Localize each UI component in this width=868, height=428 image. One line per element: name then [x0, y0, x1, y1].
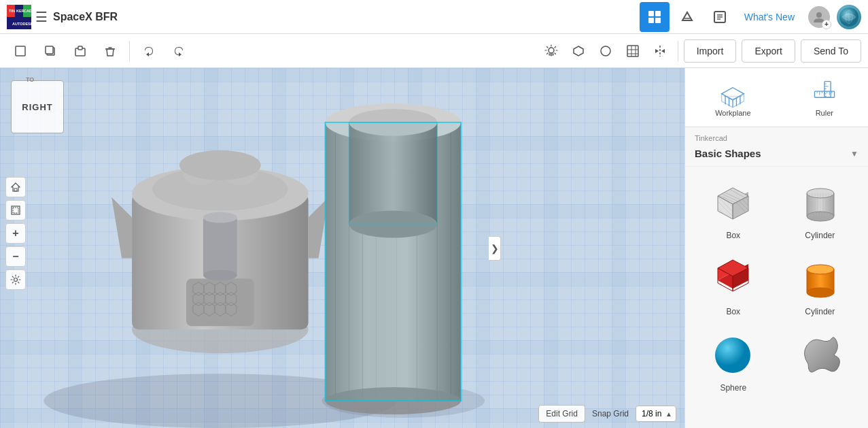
shape-item-generic[interactable] — [780, 327, 861, 397]
user-avatar-button[interactable]: + — [804, 2, 834, 32]
view-cube-face[interactable]: RIGHT — [11, 80, 64, 133]
bottom-bar: Edit Grid Snap Grid 1/8 in 1/4 in 1/2 in… — [538, 405, 676, 423]
shape-item-box-red[interactable]: Box — [693, 251, 774, 320]
logo-block: TIN KER CAD AUTODESK ☰ — [7, 5, 48, 29]
grid-view-button[interactable] — [640, 2, 670, 32]
shape-item-cylinder-orange[interactable]: Cylinder — [780, 251, 861, 320]
svg-rect-47 — [203, 218, 237, 276]
svg-rect-29 — [627, 46, 638, 56]
svg-rect-20 — [16, 46, 25, 56]
svg-marker-27 — [574, 46, 583, 56]
lessons-button[interactable] — [705, 2, 735, 32]
workplane-icon — [719, 79, 746, 106]
light-tool[interactable] — [539, 39, 563, 63]
import-button[interactable]: Import — [684, 39, 737, 63]
view-tools — [539, 39, 672, 63]
svg-text:TIN: TIN — [9, 9, 15, 13]
shape-item-sphere-blue[interactable]: Sphere — [693, 327, 774, 397]
zoom-in-icon: + — [12, 227, 18, 240]
snap-select[interactable]: 1/8 in 1/4 in 1/2 in 1 in — [636, 406, 676, 422]
svg-point-48 — [203, 212, 237, 223]
edit-grid-button[interactable]: Edit Grid — [538, 405, 585, 423]
send-to-button[interactable]: Send To — [801, 39, 861, 63]
undo-button[interactable] — [135, 37, 162, 65]
shape-item-cylinder-grey[interactable]: Cylinder — [780, 175, 861, 244]
sidebar-collapse-arrow[interactable]: ❯ — [489, 236, 501, 261]
paste-button[interactable] — [67, 37, 94, 65]
redo-button[interactable] — [165, 37, 192, 65]
export-button[interactable]: Export — [742, 39, 795, 63]
cylinder-orange-label: Cylinder — [805, 307, 835, 316]
box-red-icon — [706, 255, 761, 303]
svg-rect-22 — [46, 46, 53, 54]
svg-text:CAD: CAD — [24, 9, 31, 13]
view-label: RIGHT — [22, 102, 52, 112]
home-button[interactable] — [5, 177, 26, 197]
dropdown-arrow-icon: ▼ — [850, 149, 858, 159]
fit-view-button[interactable] — [5, 200, 26, 220]
panel-dropdown-label: Basic Shapes — [695, 148, 761, 159]
nav-right: What's New + — [640, 2, 861, 32]
sphere-blue-icon — [706, 331, 761, 379]
grid-tool[interactable] — [621, 39, 645, 63]
svg-marker-36 — [661, 49, 665, 53]
toolbar-divider-1 — [129, 41, 130, 61]
svg-rect-10 — [648, 18, 654, 23]
mirror-tool[interactable] — [648, 39, 672, 63]
zoom-out-button[interactable]: − — [5, 246, 26, 267]
settings-button[interactable] — [5, 269, 26, 290]
svg-point-28 — [601, 46, 610, 56]
build-button[interactable] — [672, 2, 702, 32]
cylinder-grey-label: Cylinder — [805, 231, 835, 240]
project-title: SpaceX BFR — [53, 11, 634, 23]
toolbar-divider-2 — [678, 41, 678, 61]
svg-point-45 — [179, 150, 261, 180]
right-panel: Workplane — [684, 68, 868, 428]
3d-scene — [0, 68, 684, 428]
zoom-in-button[interactable]: + — [5, 223, 26, 244]
svg-rect-8 — [648, 11, 654, 16]
svg-text:AUTODESK: AUTODESK — [12, 22, 31, 26]
shapes-grid: Box — [685, 167, 868, 405]
viewport[interactable]: RIGHT TO + − — [0, 68, 684, 428]
workplane-tool[interactable]: Workplane — [706, 75, 760, 121]
viewport-canvas[interactable]: RIGHT TO + − — [0, 68, 684, 428]
zoom-out-icon: − — [12, 250, 18, 263]
hamburger-icon[interactable]: ☰ — [35, 9, 48, 25]
box-grey-icon — [706, 179, 761, 227]
ruler-icon — [811, 79, 838, 106]
svg-rect-9 — [655, 11, 661, 16]
svg-marker-35 — [655, 49, 659, 53]
main-area: RIGHT TO + − — [0, 68, 868, 428]
add-user-icon: + — [822, 20, 831, 29]
sphere-blue-label: Sphere — [720, 383, 746, 393]
polygon-tool[interactable] — [566, 39, 591, 63]
new-button[interactable] — [7, 37, 34, 65]
copy-button[interactable] — [37, 37, 64, 65]
tinkercad-user-avatar[interactable] — [837, 5, 861, 29]
svg-rect-64 — [326, 122, 462, 401]
cylinder-orange-icon — [793, 255, 847, 303]
panel-dropdown[interactable]: Basic Shapes ▼ — [685, 145, 868, 167]
ruler-tool[interactable]: Ruler — [801, 75, 848, 121]
toolbar: Import Export Send To — [0, 34, 868, 68]
panel-category: Tinkercad — [685, 127, 868, 145]
svg-point-17 — [816, 12, 822, 18]
circle-tool[interactable] — [593, 39, 618, 63]
svg-rect-66 — [14, 188, 17, 191]
svg-point-69 — [14, 278, 18, 282]
delete-button[interactable] — [97, 37, 124, 65]
snap-grid-label: Snap Grid — [592, 409, 629, 418]
view-cube[interactable]: RIGHT TO — [7, 75, 68, 136]
left-controls: + − — [5, 177, 26, 290]
workplane-label: Workplane — [715, 109, 750, 117]
shape-item-box-grey[interactable]: Box — [693, 175, 774, 244]
svg-point-26 — [549, 48, 554, 53]
whats-new-button[interactable]: What's New — [737, 7, 801, 27]
tinkercad-logo[interactable]: TIN KER CAD AUTODESK — [7, 5, 31, 29]
svg-rect-24 — [78, 46, 82, 50]
svg-point-49 — [203, 269, 237, 280]
snap-select-wrapper: 1/8 in 1/4 in 1/2 in 1 in ▲ — [636, 406, 676, 422]
box-red-label: Box — [726, 307, 740, 316]
panel-tools: Workplane — [685, 68, 868, 127]
